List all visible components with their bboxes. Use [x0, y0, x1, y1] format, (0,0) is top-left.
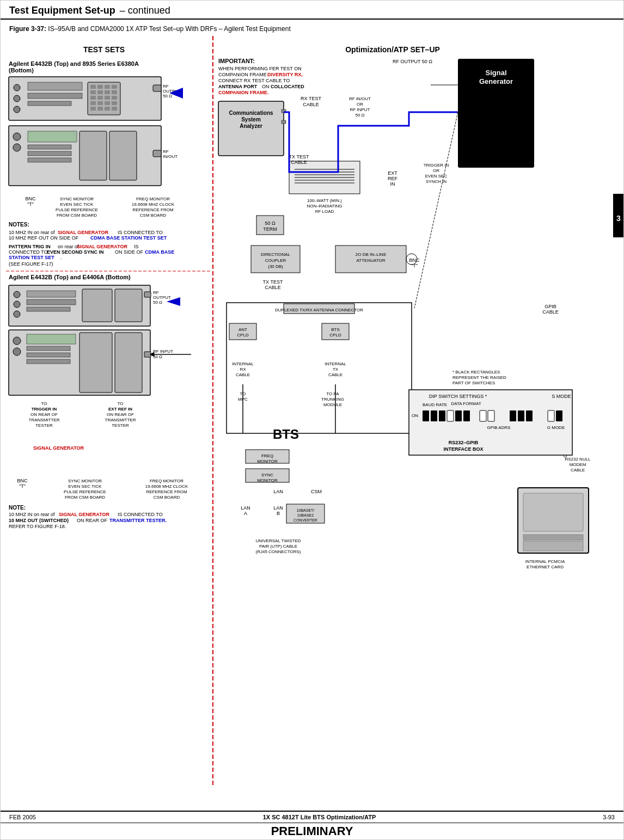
- s2-green-display: [27, 334, 76, 344]
- notes-title-1: NOTES:: [9, 222, 29, 228]
- load-label-3: RF LOAD: [315, 209, 334, 214]
- sig-gen-gpib2: GPIB: [537, 143, 547, 148]
- s2-bar2: [27, 353, 70, 357]
- imp-line2: COMPANION FRAME: [218, 72, 267, 77]
- atten-2: ATTENUATOR: [357, 258, 386, 263]
- rs232-gpib-1: RS232–GPIB: [449, 440, 479, 445]
- note2-line2: CONNECTED TO: [9, 249, 48, 255]
- btn16: [112, 101, 117, 105]
- gpib-cable-1: GPIB: [545, 304, 556, 309]
- btn8: [112, 90, 117, 94]
- int-tx-1: INTERNAL: [325, 361, 346, 366]
- s2-keypad1: [82, 289, 112, 322]
- dir-coupler-1: DIRECTIONAL: [261, 252, 290, 257]
- note1-line1: 10 MHZ IN on rear of: [9, 230, 55, 235]
- s2-display2: [27, 299, 76, 305]
- s-mode: S MODE: [552, 394, 571, 399]
- s2-knob2: [14, 301, 20, 308]
- note2-line1: on rear of: [58, 244, 79, 249]
- s2-bot-knob2: [13, 348, 21, 355]
- lmf-base: [523, 541, 583, 551]
- note2-on-rear: ON REAR OF: [77, 518, 108, 523]
- note2-is: IS: [134, 244, 139, 249]
- gpib-adrs: GPIB ADRS: [487, 425, 510, 430]
- s2-bnc-t-1: BNC: [17, 478, 28, 483]
- dip-title: DIP SWITCH SETTINGS *: [429, 394, 487, 399]
- dip7: [480, 410, 486, 421]
- bar2: [28, 151, 71, 156]
- to-ext-ref-3: ON REAR OF: [107, 412, 134, 417]
- btn1: [90, 85, 96, 89]
- btn20: [112, 107, 117, 111]
- s2-freq-1: FREQ MONITOR: [150, 479, 183, 483]
- bts-lan-1: LAN: [273, 489, 283, 494]
- rx-test-cable-2: CABLE: [303, 102, 319, 107]
- to-trigger-5: TESTER: [35, 423, 53, 428]
- s2-keypad2: [115, 289, 142, 322]
- dip-on: ON: [412, 413, 418, 418]
- trigger-in-1: TRIGGER IN: [424, 163, 449, 168]
- converter-3: CONVERTER: [293, 518, 317, 522]
- drf-box: [227, 303, 412, 433]
- dip-switch-box: [409, 390, 572, 455]
- note2-body1: 10 MHZ IN on rear of: [9, 512, 55, 517]
- note2-title-main: NOTE:: [9, 505, 26, 511]
- knob3: [14, 106, 20, 113]
- baud-rate: BAUD RATE: [423, 402, 447, 407]
- to-pa-1: TO PA: [326, 391, 339, 396]
- sig-gen-or1: OR: [537, 110, 543, 115]
- s2-display1: [27, 291, 76, 297]
- imp-antenna: ANTENNA PORT: [218, 84, 258, 89]
- figure-caption: Figure 3-37: IS–95A/B and CDMA2000 1X AT…: [1, 20, 623, 36]
- to-ext-ref-5: TESTER: [112, 423, 129, 428]
- rs232-null-2: MODEM: [570, 462, 586, 467]
- note2-10mhz: 10 MHZ OUT (SWITCHED): [9, 518, 69, 523]
- rf-output-label: RF: [163, 84, 169, 89]
- tx-test-cable-2b: CABLE: [265, 285, 281, 290]
- section2-title: Agilent E4432B (Top) and E4406A (Bottom): [9, 274, 131, 280]
- important-label: IMPORTANT:: [218, 58, 255, 64]
- footer-left: FEB 2005: [9, 814, 36, 820]
- imp-line3: CONNECT RX TEST CABLE TO: [218, 78, 290, 83]
- dip6: [463, 410, 470, 421]
- right-bnc-t-1: BNC: [409, 257, 420, 263]
- s2-freq-4: CSM BOARD: [154, 495, 180, 500]
- freq-monitor-2: 19.6608 MHZ CLOCK: [132, 202, 175, 207]
- bts-lan-a-2: A: [244, 511, 247, 516]
- figure-label: Figure 3-37:: [9, 25, 46, 33]
- g-mode: G MODE: [547, 425, 565, 430]
- note1-sg: SIGNAL GENERATOR: [58, 230, 109, 235]
- rf-output-right: RF OUTPUT 50 Ω: [393, 59, 432, 64]
- note2-conn: IS CONNECTED TO: [118, 512, 163, 517]
- rf-output-omega: 50 Ω: [163, 94, 172, 99]
- black-rect-2: REPRESENT THE RAISED: [452, 375, 506, 380]
- int-tx-2: TX: [333, 367, 339, 372]
- ext-ref-in-2: REF: [388, 176, 398, 181]
- sig-gen-in: IN: [537, 72, 541, 77]
- note2-esync: EVEN SECOND SYNC IN: [47, 249, 104, 255]
- port-10mhz-out: [534, 125, 544, 129]
- term-50-2: TERM: [263, 226, 277, 232]
- bts-cpld-1: BTS: [331, 327, 340, 332]
- footer-center: 1X SC 4812T Lite BTS Optimization/ATP: [263, 814, 376, 820]
- duplexed-label: DUPLEXED TX/RX ANTENNA CONNECTOR: [275, 308, 363, 312]
- freq-monitor-1: FREQ MONITOR: [136, 197, 170, 201]
- imp-diversity: DIVERSITY RX,: [267, 72, 303, 77]
- dip3: [439, 410, 445, 421]
- note2-cdma2: STATION TEST SET: [9, 255, 54, 260]
- to-trigger-1: TO: [41, 401, 47, 406]
- bts-lan-a-1: LAN: [241, 505, 250, 511]
- btn10: [97, 96, 103, 100]
- lmf-screen: [523, 493, 583, 531]
- s2-bnc-t-2: "T": [19, 483, 26, 489]
- converter-2: 10BASE2: [297, 513, 314, 517]
- ant-cpld-1: ANT: [238, 327, 247, 332]
- section1-title2: (Bottom): [9, 67, 34, 73]
- page-header: Test Equipment Set-up – continued: [1, 1, 623, 20]
- trigger-in-4: SYNCH IN: [426, 179, 446, 184]
- ext-ref-in-3: IN: [390, 181, 395, 187]
- load-label-2: NON–RADIATING: [307, 204, 342, 209]
- sync-monitor-4: FROM CSM BOARD: [57, 213, 97, 218]
- to-trigger-3: ON REAR OF: [30, 412, 58, 417]
- bts-sync-2: MONITOR: [257, 478, 278, 483]
